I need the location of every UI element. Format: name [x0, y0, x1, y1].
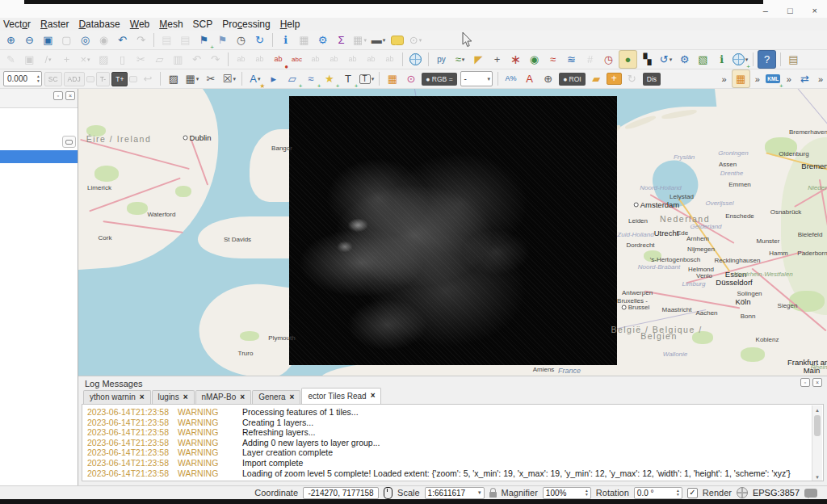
overflow-chevron[interactable]: »	[722, 74, 727, 84]
favorites-icon[interactable]: ●	[619, 50, 637, 69]
scp-calc-icon[interactable]: ▦	[732, 69, 750, 88]
rgb-combo[interactable]: -▾	[460, 71, 493, 86]
add-text-icon[interactable]: T+	[339, 70, 356, 87]
zoom-full-icon[interactable]: ▣	[40, 32, 57, 48]
nodata-icon[interactable]: ☒▾	[220, 70, 237, 87]
label-highlight-icon[interactable]: abc	[288, 51, 305, 68]
undo-icon[interactable]: ↶	[188, 51, 205, 68]
tab-close-icon[interactable]: ×	[140, 393, 145, 401]
lock-icon[interactable]	[489, 492, 497, 498]
roi-redo-icon[interactable]: ↻	[623, 70, 640, 87]
paste-features-icon[interactable]: ▥	[170, 51, 187, 68]
vertex-tool-icon[interactable]: ×▾	[77, 51, 94, 68]
digitize-icon[interactable]: /▾	[40, 51, 57, 68]
auto-label-icon[interactable]: A★▾	[246, 70, 263, 87]
minimize-icon[interactable]: –	[763, 6, 768, 15]
move-label-icon[interactable]: ab	[344, 51, 361, 68]
bookmark-manager-icon[interactable]: ⚑	[214, 32, 231, 48]
wps-gear-icon[interactable]: ⚙	[676, 51, 693, 68]
measure-icon[interactable]: ▬▾	[370, 32, 387, 48]
t-minus-button[interactable]: T-	[96, 72, 111, 86]
menu-mesh[interactable]: Mesh	[153, 19, 188, 30]
raster-toolbar-icon[interactable]: ▦▾	[183, 70, 200, 87]
scale-combo[interactable]: 1:6611617▾	[425, 487, 485, 499]
roi-polygon-icon[interactable]: ▰	[588, 70, 605, 87]
maximize-icon[interactable]: □	[787, 6, 793, 15]
dock-close-icon[interactable]: ×	[65, 91, 75, 100]
menu-web[interactable]: Web	[124, 19, 155, 30]
blank-button-1[interactable]	[86, 76, 94, 82]
menu-processing[interactable]: Processing	[216, 19, 275, 30]
messages-icon[interactable]	[804, 489, 817, 498]
scroll-up-icon[interactable]: ▴	[812, 405, 822, 414]
zoom-next-icon[interactable]: ↷	[132, 32, 149, 48]
topology-icon[interactable]: #	[581, 51, 598, 68]
coordinate-input[interactable]: -214270, 7177158	[303, 487, 379, 499]
annotation-icon[interactable]: T▾	[358, 70, 375, 87]
profile-plot-icon[interactable]: ≈▾	[451, 51, 468, 68]
log-close-icon[interactable]: ×	[812, 378, 822, 387]
move-feature-icon[interactable]: +	[58, 51, 75, 68]
timer-icon[interactable]: ◷	[600, 51, 617, 68]
scp-percent-icon[interactable]: A%	[502, 70, 519, 87]
geotag-icon[interactable]: ◉	[526, 51, 543, 68]
scp-preview-icon[interactable]: ⊙	[402, 70, 419, 87]
python-console-icon[interactable]: py	[433, 51, 450, 68]
temporal-wave-icon[interactable]: ≈	[544, 51, 561, 68]
log-tab[interactable]: lugins×	[152, 390, 195, 404]
azimuth-icon[interactable]: ◤	[470, 51, 487, 68]
statistical-summary-icon[interactable]: Σ	[333, 32, 350, 48]
angle-spinbox[interactable]: 0.000▴▾	[3, 71, 42, 86]
log-tab[interactable]: Genera×	[252, 390, 300, 404]
magnifier-spin[interactable]: 100%▴▾	[543, 487, 591, 499]
label-toolbar-icon-1[interactable]: ab	[233, 51, 250, 68]
scroll-down-icon[interactable]: ▾	[812, 472, 822, 481]
tab-close-icon[interactable]: ×	[290, 393, 295, 401]
copy-features-icon[interactable]: ▱	[151, 51, 168, 68]
selected-layer-row[interactable]	[0, 150, 78, 163]
pin-labels-icon[interactable]: ab	[307, 51, 324, 68]
extents-icon[interactable]	[384, 487, 393, 499]
change-label-icon[interactable]: ab	[381, 51, 398, 68]
attribute-table-icon[interactable]: ▦	[296, 32, 313, 48]
zoom-to-layer-icon[interactable]: ◎	[77, 32, 94, 48]
style-manager-icon[interactable]: ▨	[165, 70, 182, 87]
crs-globe-icon[interactable]	[737, 487, 748, 498]
scp-stretch-icon[interactable]: A	[521, 70, 538, 87]
temporal-controller-icon[interactable]: ◷	[233, 32, 250, 48]
back-arrow-icon[interactable]: ↩	[139, 70, 156, 87]
zoom-last-icon[interactable]: ↶	[114, 32, 131, 48]
zoom-in-icon[interactable]: ⊕	[2, 32, 19, 48]
add-globe-icon[interactable]: +▾	[732, 51, 749, 68]
layer-info-icon[interactable]: ℹ	[713, 51, 730, 68]
globe-layers-icon[interactable]: ▧	[695, 51, 712, 68]
database-icon[interactable]: ▤	[785, 51, 802, 68]
add-line-icon[interactable]: ≈+	[302, 70, 319, 87]
log-tab[interactable]: nMAP-Bo×	[195, 390, 252, 404]
log-tab[interactable]: ector Tiles Read×	[301, 388, 381, 404]
menu-raster[interactable]: Raster	[35, 19, 74, 30]
adj-button[interactable]: ADJ	[64, 72, 85, 86]
add-star-icon[interactable]: ★+	[321, 70, 338, 87]
zoom-native-icon[interactable]: ▢	[58, 32, 75, 48]
cut-features-icon[interactable]: ✂	[132, 51, 149, 68]
tab-close-icon[interactable]: ×	[183, 393, 188, 401]
map-tips-icon[interactable]	[388, 32, 405, 48]
raster-clip-icon[interactable]: ✂	[202, 70, 219, 87]
tab-close-icon[interactable]: ×	[240, 393, 245, 401]
data-table-icon[interactable]: ▦▾	[351, 32, 368, 48]
tab-close-icon[interactable]: ×	[371, 392, 376, 400]
metasearch-globe-icon[interactable]	[407, 51, 424, 68]
overflow-chevron[interactable]: »	[818, 74, 823, 84]
coordinate-capture-icon[interactable]: +	[489, 51, 506, 68]
overflow-chevron[interactable]: »	[755, 74, 760, 84]
new-bookmark-icon[interactable]: ▤	[158, 32, 175, 48]
zoom-to-selection-icon[interactable]: ◉	[95, 32, 112, 48]
t-plus-button[interactable]: T+	[111, 72, 128, 86]
add-polygon-icon[interactable]: ▱+	[283, 70, 300, 87]
log-tab[interactable]: ython warnin×	[83, 390, 151, 404]
io-arrows-icon[interactable]: ⇄	[796, 70, 813, 87]
scp-zoom-icon[interactable]: ⊕	[539, 70, 556, 87]
scp-bandset-icon[interactable]: ▦	[384, 70, 401, 87]
identify-features-icon[interactable]: ℹ	[277, 32, 294, 48]
